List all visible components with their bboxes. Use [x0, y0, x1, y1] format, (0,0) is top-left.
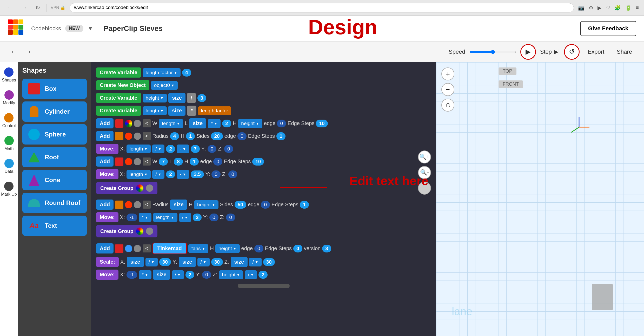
- fans-dropdown[interactable]: fans: [188, 244, 209, 253]
- div-dropdown-5[interactable]: /: [197, 258, 210, 266]
- color-red-1[interactable]: [125, 133, 132, 140]
- color-gray-4[interactable]: [134, 201, 141, 208]
- sidebar-item-data[interactable]: Data: [4, 159, 14, 174]
- undo-button[interactable]: ←: [8, 46, 20, 57]
- chevron-left-5[interactable]: <: [143, 244, 151, 252]
- shape-item-cone[interactable]: Cone: [22, 170, 87, 190]
- create-group-2[interactable]: Create Group: [96, 225, 157, 237]
- div-dropdown-2[interactable]: /: [152, 170, 164, 179]
- x-label-5: X:: [120, 272, 125, 278]
- sidebar-item-markup[interactable]: Mark Up: [1, 182, 17, 197]
- group-color-rainbow-1[interactable]: [136, 184, 143, 192]
- minus-dropdown-2[interactable]: -: [177, 170, 189, 179]
- move-block-3[interactable]: Move:: [96, 212, 118, 222]
- div-dropdown-1[interactable]: /: [152, 145, 164, 153]
- color-red-3[interactable]: [125, 201, 132, 208]
- shape-item-roof[interactable]: Roof: [22, 147, 87, 167]
- chevron-left-4[interactable]: <: [143, 201, 151, 209]
- div-dropdown-7[interactable]: /: [172, 270, 184, 279]
- redo-button[interactable]: →: [22, 46, 34, 57]
- height-dropdown-4[interactable]: height: [219, 270, 243, 279]
- mul-dropdown-1[interactable]: *: [208, 119, 221, 128]
- height-dropdown-1[interactable]: height: [143, 94, 167, 102]
- round-roof-shape-icon: [28, 196, 41, 209]
- group-color-gray-1[interactable]: [146, 184, 153, 192]
- add-block-4[interactable]: Add: [96, 200, 114, 210]
- share-button[interactable]: Share: [613, 46, 636, 57]
- create-variable-block-3[interactable]: Create Variable: [96, 106, 141, 116]
- minus-dropdown-1[interactable]: -: [177, 145, 189, 153]
- viewport-zoom-in-button[interactable]: +: [441, 67, 454, 80]
- height-dropdown-2[interactable]: height: [194, 200, 218, 209]
- color-red-2[interactable]: [125, 158, 132, 165]
- add-block-1[interactable]: Add: [96, 118, 114, 128]
- chevron-left-2[interactable]: <: [143, 132, 151, 140]
- horizontal-scrollbar[interactable]: [238, 284, 290, 288]
- object0-dropdown[interactable]: object0: [151, 81, 178, 90]
- shape-item-sphere[interactable]: Sphere: [22, 124, 87, 145]
- length-var-1[interactable]: length: [159, 119, 183, 128]
- 3d-viewport[interactable]: TOP FRONT + − ⬡ lane: [436, 62, 644, 336]
- add-block-3[interactable]: Add: [96, 156, 114, 167]
- move-block-4[interactable]: Move:: [96, 270, 118, 280]
- add-block-5[interactable]: Add: [96, 243, 114, 253]
- zoom-in-button[interactable]: 🔍+: [418, 150, 431, 163]
- sidebar-item-math[interactable]: Math: [4, 136, 14, 151]
- move-block-1[interactable]: Move:: [96, 144, 118, 154]
- scale-block[interactable]: Scale:: [96, 257, 119, 267]
- div-dropdown-6[interactable]: /: [249, 258, 261, 266]
- back-button[interactable]: ←: [5, 3, 15, 12]
- refresh-button[interactable]: ↺: [564, 44, 580, 60]
- mul-dropdown-2[interactable]: *: [139, 213, 151, 222]
- shape-item-box[interactable]: Box: [22, 79, 87, 99]
- add-block-2[interactable]: Add: [96, 131, 114, 141]
- codeblocks-area[interactable]: Create Variable length factor 4 Create N…: [91, 62, 436, 336]
- create-new-object-block[interactable]: Create New Object: [96, 80, 149, 90]
- length-var-2[interactable]: length: [127, 145, 151, 153]
- mul-dropdown-3[interactable]: *: [139, 270, 151, 279]
- tinkercad-text-box[interactable]: Tinkercad: [152, 243, 187, 254]
- div-dropdown-4[interactable]: /: [145, 258, 158, 266]
- color-gray-5[interactable]: [134, 245, 141, 252]
- forward-button[interactable]: →: [19, 3, 29, 12]
- length-var-4[interactable]: length: [153, 213, 177, 222]
- color-blue-1[interactable]: [125, 245, 132, 252]
- chevron-left-3[interactable]: <: [143, 157, 151, 166]
- sidebar-item-shapes[interactable]: Shapes: [2, 67, 16, 83]
- create-variable-block-1[interactable]: Create Variable: [96, 67, 141, 78]
- url-bar[interactable]: [70, 3, 574, 12]
- give-feedback-button[interactable]: Give Feedback: [580, 21, 636, 36]
- move-block-2[interactable]: Move:: [96, 169, 118, 179]
- chevron-left-1[interactable]: <: [143, 119, 151, 127]
- viewport-3d-button[interactable]: ⬡: [441, 99, 454, 112]
- shape-item-text[interactable]: Aa Text: [22, 216, 87, 236]
- sidebar-item-control[interactable]: Control: [2, 113, 16, 128]
- height-var-1[interactable]: height: [238, 119, 262, 128]
- 3d-shape-object: [592, 284, 613, 310]
- play-button[interactable]: ▶: [520, 44, 536, 60]
- export-button[interactable]: Export: [584, 46, 609, 57]
- shape-item-cylinder[interactable]: Cylinder: [22, 101, 87, 122]
- length-var-3[interactable]: length: [127, 170, 151, 179]
- color-gray-2[interactable]: [134, 133, 141, 140]
- dropdown-arrow-icon[interactable]: ▼: [88, 25, 93, 32]
- create-variable-block-2[interactable]: Create Variable: [96, 93, 141, 103]
- shape-item-round-roof[interactable]: Round Roof: [22, 193, 87, 213]
- group-color-rainbow-2[interactable]: [136, 228, 143, 235]
- project-title[interactable]: PaperClip Sleves: [104, 24, 163, 33]
- color-gray-1[interactable]: [134, 120, 141, 127]
- group-color-gray-2[interactable]: [146, 228, 153, 235]
- step-button[interactable]: Step ▶|: [540, 49, 560, 55]
- sidebar-item-modify[interactable]: Modify: [3, 90, 15, 105]
- color-rainbow-1[interactable]: [125, 120, 132, 127]
- height-dropdown-3[interactable]: height: [215, 244, 240, 253]
- viewport-zoom-out-button[interactable]: −: [441, 83, 454, 96]
- length-dropdown[interactable]: length: [143, 106, 167, 115]
- speed-slider[interactable]: [469, 50, 516, 54]
- div-dropdown-8[interactable]: /: [245, 270, 257, 279]
- refresh-browser-button[interactable]: ↻: [33, 3, 42, 12]
- length-factor-dropdown[interactable]: length factor: [143, 68, 181, 77]
- create-group-1[interactable]: Create Group: [96, 182, 157, 194]
- color-gray-3[interactable]: [134, 158, 141, 165]
- div-dropdown-3[interactable]: /: [179, 213, 191, 222]
